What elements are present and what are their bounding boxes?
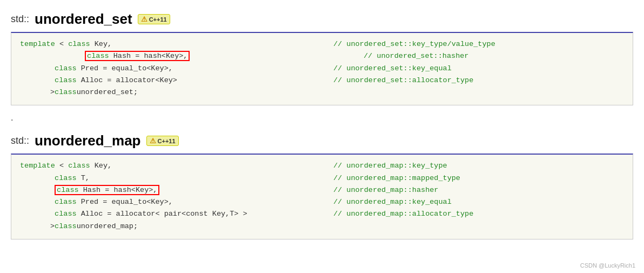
- pred-text-2: Pred = equal_to<Key>,: [81, 198, 173, 206]
- warning-badge-1: C++11: [138, 14, 170, 24]
- alloc-text-2: Alloc = allocator< pair<const Key,T> >: [81, 210, 247, 218]
- map-code-line-2: class T, // unordered_map::mapped_type: [20, 172, 624, 184]
- code-block-unordered-map: template < class Key, // unordered_map::…: [11, 154, 633, 239]
- map-comment-1: // unordered_map::key_type: [333, 160, 624, 172]
- code-line-1: template < class Key, // unordered_set::…: [20, 38, 624, 50]
- template-kw-1: template: [20, 40, 55, 48]
- comment-1: // unordered_set::key_type/value_type: [333, 38, 624, 50]
- std-prefix-2: std::: [11, 135, 29, 147]
- map-code-line-4: class Pred = equal_to<Key>, // unordered…: [20, 196, 624, 208]
- class-kw-3: class: [55, 64, 77, 72]
- class-kw-5: class: [55, 86, 77, 98]
- class-name-unordered-set: unordered_set: [35, 11, 132, 28]
- class-kw-m6: class: [55, 221, 77, 232]
- class-kw-2: class: [87, 52, 109, 60]
- section-title-unordered-map: std::unordered_map C++11: [11, 132, 633, 149]
- class-kw-4: class: [55, 76, 77, 84]
- t-text: T,: [81, 174, 90, 182]
- map-code-line-1: template < class Key, // unordered_map::…: [20, 160, 624, 172]
- class-name-unordered-map: unordered_map: [35, 132, 141, 149]
- code-line-3: class Pred = equal_to<Key>, // unordered…: [20, 63, 624, 75]
- key-2: Key,: [95, 162, 112, 170]
- hash-text-1: Hash = hash<Key>,: [113, 52, 188, 60]
- highlight-hash-1: class Hash = hash<Key>,: [85, 51, 190, 61]
- page-container: std::unordered_set C++11 template < clas…: [0, 0, 644, 273]
- class-kw-m2: class: [55, 174, 77, 182]
- map-code-line-6: > class unordered_map;: [20, 221, 624, 232]
- std-prefix-1: std::: [11, 14, 29, 25]
- highlight-hash-2: class Hash = hash<Key>,: [55, 185, 159, 195]
- key-1: Key,: [95, 40, 112, 48]
- pred-text-1: Pred = equal_to<Key>,: [81, 64, 173, 72]
- hash-text-2: Hash = hash<Key>,: [83, 186, 158, 194]
- code-line-4: class Alloc = allocator<Key> // unordere…: [20, 75, 624, 86]
- angle-bracket-1: <: [59, 40, 68, 48]
- class-kw-m1: class: [68, 162, 90, 170]
- comment-3: // unordered_set::key_equal: [333, 63, 624, 75]
- class-kw-m4: class: [55, 198, 77, 206]
- class-kw-1: class: [68, 40, 90, 48]
- map-comment-2: // unordered_map::mapped_type: [333, 172, 624, 184]
- map-comment-5: // unordered_map::allocator_type: [333, 208, 624, 220]
- code-line-2: class Hash = hash<Key>, // unordered_set…: [50, 50, 624, 62]
- section-title-unordered-set: std::unordered_set C++11: [11, 11, 633, 28]
- angle-bracket-2: <: [59, 162, 68, 170]
- warning-badge-2: C++11: [146, 136, 179, 146]
- comment-2: // unordered_set::hasher: [364, 50, 624, 62]
- map-comment-4: // unordered_map::key_equal: [333, 196, 624, 208]
- class-kw-m5: class: [55, 210, 77, 218]
- comment-4: // unordered_set::allocator_type: [333, 75, 624, 86]
- dot-separator: ·: [11, 115, 633, 125]
- unordered-map-name: unordered_map;: [77, 221, 138, 232]
- code-line-5: > class unordered_set;: [20, 86, 624, 98]
- unordered-set-name: unordered_set;: [77, 86, 138, 98]
- template-kw-2: template: [20, 162, 55, 170]
- map-comment-3: // unordered_map::hasher: [333, 184, 624, 196]
- close-bracket-1: >: [50, 86, 55, 98]
- map-code-line-5: class Alloc = allocator< pair<const Key,…: [20, 208, 624, 220]
- watermark: CSDN @LuckyRich1: [580, 262, 635, 269]
- alloc-text-1: Alloc = allocator<Key>: [81, 76, 177, 84]
- close-bracket-2: >: [50, 221, 55, 232]
- map-code-line-3: class Hash = hash<Key>, // unordered_map…: [20, 184, 624, 196]
- class-kw-m3: class: [57, 186, 79, 194]
- code-block-unordered-set: template < class Key, // unordered_set::…: [11, 32, 633, 105]
